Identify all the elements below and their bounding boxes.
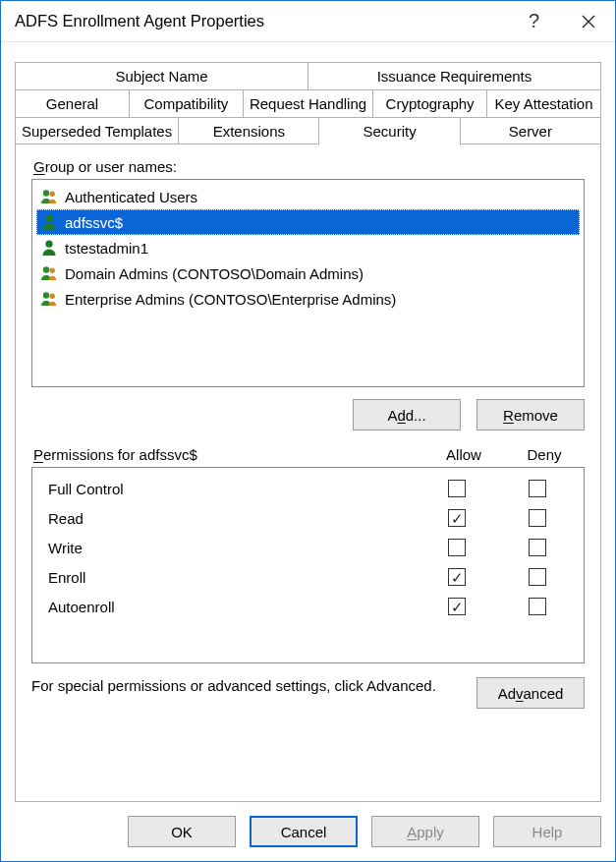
- permission-row: Enroll: [38, 562, 578, 592]
- group-label: Group or user names:: [33, 158, 585, 175]
- dialog-button-bar: OK Cancel Apply Help: [1, 802, 615, 861]
- remove-button[interactable]: Remove: [476, 399, 585, 431]
- permission-label: Full Control: [48, 481, 417, 497]
- list-item[interactable]: Authenticated Users: [36, 184, 580, 209]
- users-icon: [39, 289, 59, 309]
- permission-label: Autoenroll: [48, 599, 417, 615]
- user-list[interactable]: Authenticated Usersadfssvc$tstestadmin1D…: [31, 179, 585, 387]
- help-button[interactable]: Help: [493, 816, 601, 847]
- tab-server[interactable]: Server: [460, 117, 601, 144]
- permissions-label: Permissions for adfssvc$: [33, 446, 423, 463]
- tab-general[interactable]: General: [15, 89, 130, 117]
- allow-checkbox[interactable]: [448, 480, 466, 497]
- user-icon: [39, 238, 59, 258]
- permission-label: Read: [48, 510, 417, 527]
- permission-row: Read: [38, 503, 578, 533]
- list-item-label: tstestadmin1: [65, 240, 148, 257]
- tab-request-handling[interactable]: Request Handling: [243, 89, 373, 117]
- permission-row: Write: [38, 533, 578, 562]
- allow-checkbox[interactable]: [448, 509, 466, 527]
- apply-button[interactable]: Apply: [371, 816, 479, 847]
- deny-checkbox[interactable]: [529, 598, 546, 615]
- permission-row: Autoenroll: [38, 592, 578, 621]
- users-icon: [39, 263, 59, 283]
- cancel-button[interactable]: Cancel: [250, 816, 358, 847]
- permissions-header: Permissions for adfssvc$ Allow Deny: [33, 446, 585, 463]
- ok-button[interactable]: OK: [128, 816, 236, 847]
- list-item-label: adfssvc$: [65, 214, 123, 231]
- dialog-body: Subject NameIssuance Requirements Genera…: [1, 42, 615, 802]
- deny-checkbox[interactable]: [529, 480, 546, 497]
- list-button-row: Add... Remove: [31, 399, 585, 431]
- close-icon[interactable]: [561, 1, 615, 42]
- tab-issuance-requirements[interactable]: Issuance Requirements: [308, 62, 601, 89]
- permissions-list: Full ControlReadWriteEnrollAutoenroll: [31, 467, 585, 663]
- advanced-button[interactable]: Advanced: [476, 677, 585, 709]
- tab-strip: Subject NameIssuance Requirements Genera…: [15, 62, 601, 144]
- list-item[interactable]: tstestadmin1: [36, 235, 580, 260]
- tab-cryptography[interactable]: Cryptography: [372, 89, 487, 117]
- advanced-text: For special permissions or advanced sett…: [31, 677, 461, 694]
- dialog-window: ADFS Enrollment Agent Properties ? Subje…: [0, 0, 616, 862]
- users-icon: [39, 187, 59, 206]
- tab-compatibility[interactable]: Compatibility: [129, 89, 244, 117]
- tab-subject-name[interactable]: Subject Name: [15, 62, 308, 89]
- deny-column-header: Deny: [504, 446, 585, 463]
- allow-checkbox[interactable]: [448, 568, 466, 586]
- deny-checkbox[interactable]: [529, 509, 546, 527]
- permission-label: Enroll: [48, 569, 417, 586]
- list-item-label: Authenticated Users: [65, 189, 197, 205]
- list-item[interactable]: Domain Admins (CONTOSO\Domain Admins): [36, 260, 580, 286]
- titlebar: ADFS Enrollment Agent Properties ?: [1, 1, 615, 42]
- tab-extensions[interactable]: Extensions: [178, 117, 319, 144]
- permission-row: Full Control: [38, 474, 578, 503]
- tab-key-attestation[interactable]: Key Attestation: [486, 89, 601, 117]
- allow-checkbox[interactable]: [448, 598, 466, 615]
- list-item-label: Enterprise Admins (CONTOSO\Enterprise Ad…: [65, 291, 396, 308]
- list-item[interactable]: Enterprise Admins (CONTOSO\Enterprise Ad…: [36, 286, 580, 312]
- advanced-row: For special permissions or advanced sett…: [31, 677, 585, 709]
- window-title: ADFS Enrollment Agent Properties: [15, 12, 507, 30]
- permission-label: Write: [48, 540, 417, 556]
- list-item[interactable]: adfssvc$: [36, 209, 580, 235]
- user-icon: [39, 212, 59, 232]
- add-button[interactable]: Add...: [353, 399, 461, 431]
- tab-superseded-templates[interactable]: Superseded Templates: [15, 117, 179, 144]
- deny-checkbox[interactable]: [529, 568, 546, 586]
- help-icon[interactable]: ?: [507, 1, 561, 42]
- allow-checkbox[interactable]: [448, 539, 466, 556]
- list-item-label: Domain Admins (CONTOSO\Domain Admins): [65, 265, 364, 282]
- allow-column-header: Allow: [423, 446, 504, 463]
- tab-security[interactable]: Security: [318, 117, 460, 145]
- tab-panel-security: Group or user names: Authenticated Users…: [15, 144, 601, 802]
- deny-checkbox[interactable]: [529, 539, 546, 556]
